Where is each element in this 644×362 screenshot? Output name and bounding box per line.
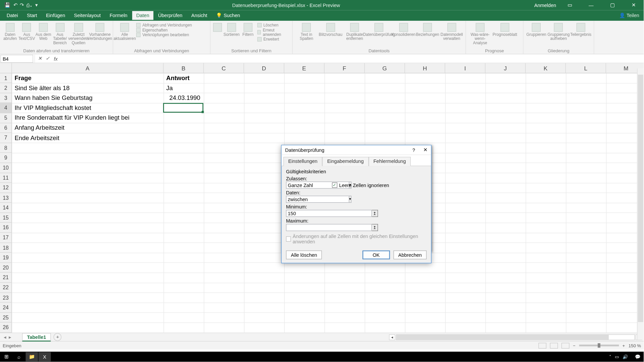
horizontal-scrollbar[interactable] (396, 334, 635, 340)
accept-formula-icon[interactable]: ✓ (44, 56, 52, 61)
minimum-input[interactable]: ↥ (286, 210, 378, 217)
sheet-nav-next-icon[interactable]: ▸ (9, 334, 11, 340)
zoom-level[interactable]: 150 % (629, 343, 641, 348)
save-icon[interactable]: 💾 (4, 2, 10, 8)
row-header[interactable]: 5 (0, 113, 12, 123)
column-header[interactable]: D (244, 63, 284, 73)
fx-icon[interactable]: fx (52, 56, 60, 61)
ribbon-button[interactable]: Erneut anwenden (257, 28, 289, 37)
ribbon-button[interactable]: Abfragen und Verbindungen (136, 23, 192, 27)
share-button[interactable]: 👤 Teilen (619, 13, 644, 18)
ribbon-button[interactable]: Teilergebnis (570, 22, 592, 37)
cell[interactable]: Ihre Sonderrabatt für VIP Kunden liegt b… (13, 113, 162, 122)
column-header[interactable]: E (284, 63, 324, 73)
range-select-icon[interactable]: ↥ (372, 224, 378, 231)
tab-daten[interactable]: Daten (132, 11, 153, 20)
clear-all-button[interactable]: Alle löschen (286, 250, 322, 259)
row-header[interactable]: 12 (0, 183, 12, 193)
tab-formeln[interactable]: Formeln (106, 11, 131, 20)
dialog-help-icon[interactable]: ? (408, 147, 420, 153)
ribbon-button[interactable]: Was-wäre-wenn-Analyse (468, 22, 492, 45)
ribbon-opts-icon[interactable]: ▭ (562, 2, 577, 8)
cell[interactable]: 24.03.1990 (164, 93, 202, 102)
view-pagelayout-icon[interactable] (550, 343, 558, 348)
dialog-tab-input[interactable]: Eingabemeldung (322, 157, 369, 166)
ribbon-button[interactable]: Aus demWeb (35, 22, 52, 41)
tray-network-icon[interactable]: ▭ (615, 354, 619, 359)
undo-icon[interactable]: ↶ (13, 2, 17, 8)
ribbon-button[interactable]: Duplikateentfernen (342, 22, 367, 41)
ribbon-button[interactable]: Konsolidieren (391, 22, 416, 37)
view-pagebreak-icon[interactable] (561, 343, 570, 348)
filter-button[interactable]: Filtern (240, 22, 255, 37)
windows-taskbar[interactable]: ⊞ ⌕ 📁 X ˄ ▭ 🔊 💬 (0, 352, 644, 362)
column-header[interactable]: L (566, 63, 606, 73)
column-header[interactable]: H (405, 63, 445, 73)
ignore-blank-checkbox[interactable]: ✓Leere Zellen ignorieren (332, 182, 389, 188)
row-header[interactable]: 6 (0, 123, 12, 133)
maximize-icon[interactable]: ▢ (605, 2, 620, 8)
tab-ueberpruefen[interactable]: Überprüfen (154, 11, 186, 20)
ribbon-button[interactable]: Datenüberprüfung (367, 22, 391, 37)
vertical-scrollbar[interactable] (637, 68, 644, 340)
zoom-in-icon[interactable]: + (622, 343, 625, 348)
row-header[interactable]: 15 (0, 213, 12, 223)
tray-up-icon[interactable]: ˄ (609, 354, 611, 359)
signin-link[interactable]: Anmelden (534, 2, 556, 8)
dialog-tab-error[interactable]: Fehlermeldung (369, 157, 411, 166)
active-cell[interactable] (163, 103, 203, 113)
formula-input[interactable] (60, 55, 644, 63)
redo-icon[interactable]: ↷ (20, 2, 24, 8)
row-header[interactable]: 13 (0, 193, 12, 203)
cell[interactable]: Ihr VIP Mitgliedschaft kostet (13, 103, 162, 112)
select-all-corner[interactable] (0, 63, 12, 73)
ribbon-button[interactable]: Prognoseblatt (492, 22, 517, 37)
quickprint-icon[interactable]: ⎙▾ (26, 2, 33, 8)
allow-combo[interactable]: ▾ (286, 182, 329, 189)
tab-seitenlayout[interactable]: Seitenlayout (70, 11, 105, 20)
view-normal-icon[interactable] (538, 343, 546, 348)
column-header[interactable]: J (485, 63, 526, 73)
row-header[interactable]: 9 (0, 153, 12, 163)
ribbon-button[interactable]: Verknüpfungen bearbeiten (136, 33, 192, 37)
qat-more-icon[interactable]: ▾ (35, 2, 38, 8)
start-button[interactable]: ⊞ (0, 352, 12, 361)
row-header[interactable]: 14 (0, 203, 12, 213)
zoom-slider[interactable] (579, 345, 619, 346)
tab-ansicht[interactable]: Ansicht (187, 11, 211, 20)
row-header[interactable]: 18 (0, 243, 12, 253)
column-header[interactable]: K (526, 63, 566, 73)
tell-me[interactable]: 💡 Suchen (212, 11, 244, 20)
refresh-all-button[interactable]: Alle aktualisieren (115, 22, 135, 41)
column-header[interactable]: F (324, 63, 365, 73)
tab-start[interactable]: Start (23, 11, 41, 20)
explorer-icon[interactable]: 📁 (25, 352, 38, 361)
row-header[interactable]: 24 (0, 303, 12, 313)
cell[interactable]: Sind Sie älter als 18 (13, 83, 162, 92)
row-header[interactable]: 3 (0, 93, 12, 103)
ribbon-button[interactable]: Löschen (257, 23, 289, 27)
excel-taskbar-icon[interactable]: X (39, 352, 51, 361)
row-header[interactable]: 1 (0, 73, 12, 83)
ribbon-button[interactable]: Datenabrufen (2, 22, 18, 41)
name-box[interactable] (0, 55, 33, 63)
ribbon-button[interactable]: VorhandeneVerbindungen (89, 22, 111, 41)
cell[interactable]: Frage (13, 73, 162, 82)
row-header[interactable]: 10 (0, 163, 12, 173)
row-header[interactable]: 25 (0, 313, 12, 323)
ribbon-button[interactable]: Gruppierungaufheben (547, 22, 570, 41)
row-header[interactable]: 20 (0, 263, 12, 273)
close-icon[interactable]: ✕ (626, 2, 641, 8)
row-header[interactable]: 11 (0, 173, 12, 183)
cell[interactable]: Wann haben Sie Geburtstag (13, 93, 162, 102)
maximum-input[interactable]: ↥ (286, 224, 378, 231)
row-header[interactable]: 16 (0, 223, 12, 233)
add-sheet-button[interactable]: + (54, 333, 62, 341)
ribbon-button[interactable]: Datenmodellverwalten (440, 22, 464, 41)
row-header[interactable]: 21 (0, 273, 12, 283)
zoom-out-icon[interactable]: − (573, 343, 576, 348)
cancel-formula-icon[interactable]: ✕ (36, 56, 44, 61)
column-header[interactable]: C (204, 63, 244, 73)
row-header[interactable]: 26 (0, 323, 12, 333)
cancel-button[interactable]: Abbrechen (393, 250, 427, 259)
